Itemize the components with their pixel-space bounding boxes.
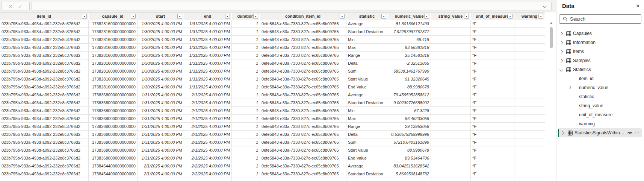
- column-header-duration[interactable]: duration▾: [232, 13, 260, 20]
- column-header-start[interactable]: start▾: [138, 13, 184, 20]
- cell-unit_of_measure[interactable]: °F: [471, 28, 514, 36]
- cell-capsule_id[interactable]: 1738281600000000000: [89, 59, 138, 67]
- more-options-icon[interactable]: ⋯: [635, 130, 639, 135]
- cell-end[interactable]: 2/1/2025 4:00:00 PM: [184, 131, 232, 138]
- cell-statistic[interactable]: Start Value: [346, 75, 388, 83]
- cell-capsule_id[interactable]: 1738281600000000000: [89, 44, 138, 52]
- cell-statistic[interactable]: Max: [346, 44, 388, 52]
- cell-start[interactable]: 2/1/2025 4:00:00 PM: [138, 162, 184, 170]
- cell-statistic[interactable]: Average: [346, 91, 388, 99]
- cell-condition_item_id[interactable]: 0efe5843-e33a-7330-827c-ec65c8b09765: [260, 28, 346, 36]
- cell-capsule_id[interactable]: 1738368000000000000: [89, 99, 138, 107]
- cell-statistic[interactable]: End Value: [346, 154, 388, 162]
- chevron-right-icon[interactable]: [561, 131, 565, 135]
- cell-start[interactable]: 2/1/2025 4:00:00 PM: [138, 170, 184, 178]
- cell-numeric_value[interactable]: 88.9980678: [388, 83, 431, 91]
- cell-unit_of_measure[interactable]: °F: [471, 75, 514, 83]
- cell-capsule_id[interactable]: 1738454400000000000: [89, 162, 138, 170]
- cell-warning[interactable]: [514, 107, 545, 115]
- formula-expand-icon[interactable]: [543, 5, 547, 8]
- cell-duration[interactable]: 1: [232, 91, 260, 99]
- cell-duration[interactable]: 1: [232, 138, 260, 146]
- cell-numeric_value[interactable]: 67.3228: [388, 107, 431, 115]
- cell-start[interactable]: 1/31/2025 4:00:00 PM: [138, 154, 184, 162]
- scrollbar-thumb[interactable]: [550, 27, 553, 48]
- cell-warning[interactable]: [514, 123, 545, 131]
- cell-string_value[interactable]: [431, 20, 471, 28]
- cell-capsule_id[interactable]: 1738368000000000000: [89, 138, 138, 146]
- cell-start[interactable]: 1/30/2025 4:00:00 PM: [138, 44, 184, 52]
- cell-string_value[interactable]: [431, 67, 471, 75]
- cell-item_id[interactable]: 023b795b-933a-493d-a092-232e8c3766d2: [0, 83, 89, 91]
- cell-item_id[interactable]: 023b795b-933a-493d-a092-232e8c3766d2: [0, 115, 89, 123]
- cell-string_value[interactable]: [431, 107, 471, 115]
- column-header-end[interactable]: end▾: [184, 13, 232, 20]
- cell-numeric_value[interactable]: 57210.6403161899: [388, 138, 431, 146]
- cell-item_id[interactable]: 023b795b-933a-493d-a092-232e8c3766d2: [0, 91, 89, 99]
- column-header-unit_of_measure[interactable]: unit_of_measure▾: [471, 13, 514, 20]
- column-header-warning[interactable]: warning▾: [514, 13, 545, 20]
- column-header-item_id[interactable]: item_id▾: [0, 13, 89, 20]
- cell-string_value[interactable]: [431, 146, 471, 154]
- search-input[interactable]: Search: [559, 14, 641, 24]
- cell-duration[interactable]: 1: [232, 28, 260, 36]
- chevron-right-icon[interactable]: [559, 59, 563, 62]
- cell-statistic[interactable]: Min: [346, 36, 388, 44]
- cell-warning[interactable]: [514, 28, 545, 36]
- cell-start[interactable]: [138, 178, 184, 181]
- cell-item_id[interactable]: 023b795b-933a-493d-a092-232e8c3766d2: [0, 59, 89, 67]
- cell-warning[interactable]: [514, 99, 545, 107]
- cell-string_value[interactable]: [431, 154, 471, 162]
- cell-numeric_value[interactable]: 93.56381818: [388, 44, 431, 52]
- cell-duration[interactable]: 1: [232, 75, 260, 83]
- cell-statistic[interactable]: Standard Deviation: [346, 28, 388, 36]
- cell-start[interactable]: 1/31/2025 4:00:00 PM: [138, 91, 184, 99]
- cell-capsule_id[interactable]: 1738368000000000000: [89, 146, 138, 154]
- cell-duration[interactable]: 1: [232, 59, 260, 67]
- cell-capsule_id[interactable]: 1738368000000000000: [89, 115, 138, 123]
- cell-numeric_value[interactable]: 7.92297997767377: [388, 28, 431, 36]
- cell-condition_item_id[interactable]: 0efe5843-e33a-7330-827c-ec65c8b09765: [260, 170, 346, 178]
- cell-string_value[interactable]: [431, 178, 471, 181]
- cell-end[interactable]: 2/1/2025 4:00:00 PM: [184, 146, 232, 154]
- tree-item-capsules[interactable]: Capsules: [556, 29, 644, 38]
- cell-statistic[interactable]: Delta: [346, 59, 388, 67]
- cell-end[interactable]: 1/31/2025 4:00:00 PM: [184, 83, 232, 91]
- filter-icon[interactable]: ▾: [464, 14, 469, 19]
- cell-end[interactable]: 1/31/2025 4:00:00 PM: [184, 52, 232, 59]
- cell-unit_of_measure[interactable]: °F: [471, 83, 514, 91]
- cell-statistic[interactable]: Sum: [346, 138, 388, 146]
- cell-numeric_value[interactable]: 58538.1461767999: [388, 67, 431, 75]
- cell-numeric_value[interactable]: 29.13953058: [388, 123, 431, 131]
- column-header-string_value[interactable]: string_value▾: [431, 13, 471, 20]
- cell-end[interactable]: 1/31/2025 4:00:00 PM: [184, 28, 232, 36]
- cell-statistic[interactable]: Standard Deviation: [346, 170, 388, 178]
- column-header-capsule_id[interactable]: capsule_id▾: [89, 13, 138, 20]
- cell-numeric_value[interactable]: 25.14581818: [388, 52, 431, 59]
- cell-condition_item_id[interactable]: 0efe5843-e33a-7330-827c-ec65c8b09765: [260, 59, 346, 67]
- commit-icon[interactable]: ✓: [18, 4, 23, 9]
- cell-capsule_id[interactable]: 1738281600000000000: [89, 67, 138, 75]
- cell-duration[interactable]: 1: [232, 52, 260, 59]
- cell-start[interactable]: 1/31/2025 4:00:00 PM: [138, 99, 184, 107]
- cell-item_id[interactable]: 023b795b-933a-493d-a092-232e8c3766d2: [0, 99, 89, 107]
- cell-start[interactable]: 1/31/2025 4:00:00 PM: [138, 115, 184, 123]
- cell-statistic[interactable]: Range: [346, 123, 388, 131]
- cell-duration[interactable]: 1: [232, 107, 260, 115]
- cell-unit_of_measure[interactable]: [471, 178, 514, 181]
- cell-end[interactable]: 1/31/2025 4:00:00 PM: [184, 59, 232, 67]
- cell-numeric_value[interactable]: 88.9980678: [388, 146, 431, 154]
- cell-statistic[interactable]: Average: [346, 20, 388, 28]
- cell-item_id[interactable]: 023b795b-933a-493d-a092-232e8c3766d2: [0, 44, 89, 52]
- cell-string_value[interactable]: [431, 123, 471, 131]
- cell-item_id[interactable]: 023b795b-933a-493d-a092-232e8c3766d2: [0, 20, 89, 28]
- cell-numeric_value[interactable]: [388, 178, 431, 181]
- cell-warning[interactable]: [514, 131, 545, 138]
- cell-numeric_value[interactable]: 0.536579259999996: [388, 131, 431, 138]
- cell-condition_item_id[interactable]: 0efe5843-e33a-7330-827c-ec65c8b09765: [260, 75, 346, 83]
- tree-item-string-value[interactable]: string_value: [556, 101, 644, 110]
- filter-icon[interactable]: ▾: [340, 14, 345, 19]
- cell-end[interactable]: 1/31/2025 4:00:00 PM: [184, 67, 232, 75]
- cell-end[interactable]: 1/31/2025 4:00:00 PM: [184, 44, 232, 52]
- cell-item_id[interactable]: 023b795b-933a-493d-a092-232e8c3766d2: [0, 107, 89, 115]
